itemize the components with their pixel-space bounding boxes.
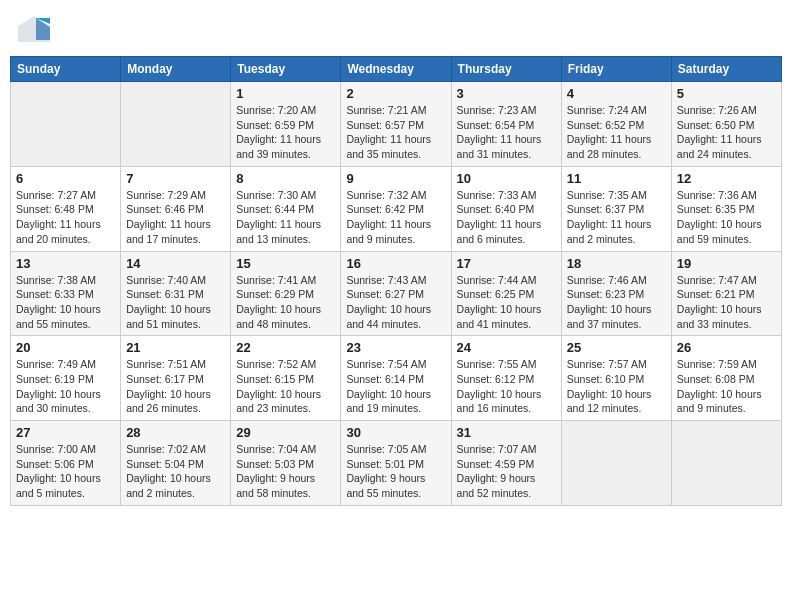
calendar-cell: 2Sunrise: 7:21 AMSunset: 6:57 PMDaylight… [341,82,451,167]
day-number: 2 [346,86,445,101]
day-info: Sunrise: 7:33 AMSunset: 6:40 PMDaylight:… [457,188,556,247]
calendar-cell: 9Sunrise: 7:32 AMSunset: 6:42 PMDaylight… [341,166,451,251]
calendar-cell [561,421,671,506]
calendar-cell: 11Sunrise: 7:35 AMSunset: 6:37 PMDayligh… [561,166,671,251]
day-info: Sunrise: 7:27 AMSunset: 6:48 PMDaylight:… [16,188,115,247]
day-number: 15 [236,256,335,271]
calendar-week-5: 27Sunrise: 7:00 AMSunset: 5:06 PMDayligh… [11,421,782,506]
day-number: 4 [567,86,666,101]
calendar-cell: 8Sunrise: 7:30 AMSunset: 6:44 PMDaylight… [231,166,341,251]
calendar-week-1: 1Sunrise: 7:20 AMSunset: 6:59 PMDaylight… [11,82,782,167]
day-number: 11 [567,171,666,186]
day-number: 8 [236,171,335,186]
calendar-cell: 25Sunrise: 7:57 AMSunset: 6:10 PMDayligh… [561,336,671,421]
logo-icon [16,14,52,44]
day-info: Sunrise: 7:07 AMSunset: 4:59 PMDaylight:… [457,442,556,501]
day-number: 24 [457,340,556,355]
day-number: 26 [677,340,776,355]
day-info: Sunrise: 7:55 AMSunset: 6:12 PMDaylight:… [457,357,556,416]
calendar-cell: 16Sunrise: 7:43 AMSunset: 6:27 PMDayligh… [341,251,451,336]
day-info: Sunrise: 7:49 AMSunset: 6:19 PMDaylight:… [16,357,115,416]
calendar-cell: 31Sunrise: 7:07 AMSunset: 4:59 PMDayligh… [451,421,561,506]
calendar-week-4: 20Sunrise: 7:49 AMSunset: 6:19 PMDayligh… [11,336,782,421]
day-number: 7 [126,171,225,186]
weekday-header-wednesday: Wednesday [341,57,451,82]
day-info: Sunrise: 7:54 AMSunset: 6:14 PMDaylight:… [346,357,445,416]
calendar-cell: 26Sunrise: 7:59 AMSunset: 6:08 PMDayligh… [671,336,781,421]
day-info: Sunrise: 7:35 AMSunset: 6:37 PMDaylight:… [567,188,666,247]
day-info: Sunrise: 7:44 AMSunset: 6:25 PMDaylight:… [457,273,556,332]
day-number: 19 [677,256,776,271]
calendar-cell [11,82,121,167]
day-number: 20 [16,340,115,355]
calendar-cell: 28Sunrise: 7:02 AMSunset: 5:04 PMDayligh… [121,421,231,506]
day-number: 10 [457,171,556,186]
day-info: Sunrise: 7:04 AMSunset: 5:03 PMDaylight:… [236,442,335,501]
day-info: Sunrise: 7:41 AMSunset: 6:29 PMDaylight:… [236,273,335,332]
day-info: Sunrise: 7:52 AMSunset: 6:15 PMDaylight:… [236,357,335,416]
day-info: Sunrise: 7:24 AMSunset: 6:52 PMDaylight:… [567,103,666,162]
calendar-cell: 21Sunrise: 7:51 AMSunset: 6:17 PMDayligh… [121,336,231,421]
day-number: 22 [236,340,335,355]
day-number: 17 [457,256,556,271]
day-number: 5 [677,86,776,101]
day-info: Sunrise: 7:38 AMSunset: 6:33 PMDaylight:… [16,273,115,332]
calendar-cell: 6Sunrise: 7:27 AMSunset: 6:48 PMDaylight… [11,166,121,251]
calendar-cell: 27Sunrise: 7:00 AMSunset: 5:06 PMDayligh… [11,421,121,506]
day-info: Sunrise: 7:57 AMSunset: 6:10 PMDaylight:… [567,357,666,416]
calendar-cell: 23Sunrise: 7:54 AMSunset: 6:14 PMDayligh… [341,336,451,421]
day-number: 14 [126,256,225,271]
day-info: Sunrise: 7:30 AMSunset: 6:44 PMDaylight:… [236,188,335,247]
calendar-body: 1Sunrise: 7:20 AMSunset: 6:59 PMDaylight… [11,82,782,506]
day-number: 1 [236,86,335,101]
day-number: 3 [457,86,556,101]
day-number: 21 [126,340,225,355]
calendar-cell: 14Sunrise: 7:40 AMSunset: 6:31 PMDayligh… [121,251,231,336]
calendar-table: SundayMondayTuesdayWednesdayThursdayFrid… [10,56,782,506]
day-number: 12 [677,171,776,186]
calendar-cell: 12Sunrise: 7:36 AMSunset: 6:35 PMDayligh… [671,166,781,251]
day-info: Sunrise: 7:47 AMSunset: 6:21 PMDaylight:… [677,273,776,332]
calendar-cell: 20Sunrise: 7:49 AMSunset: 6:19 PMDayligh… [11,336,121,421]
weekday-header-thursday: Thursday [451,57,561,82]
day-number: 28 [126,425,225,440]
day-info: Sunrise: 7:29 AMSunset: 6:46 PMDaylight:… [126,188,225,247]
day-info: Sunrise: 7:40 AMSunset: 6:31 PMDaylight:… [126,273,225,332]
calendar-cell: 13Sunrise: 7:38 AMSunset: 6:33 PMDayligh… [11,251,121,336]
day-info: Sunrise: 7:02 AMSunset: 5:04 PMDaylight:… [126,442,225,501]
calendar-cell: 7Sunrise: 7:29 AMSunset: 6:46 PMDaylight… [121,166,231,251]
day-number: 25 [567,340,666,355]
calendar-cell: 15Sunrise: 7:41 AMSunset: 6:29 PMDayligh… [231,251,341,336]
day-info: Sunrise: 7:21 AMSunset: 6:57 PMDaylight:… [346,103,445,162]
calendar-cell [121,82,231,167]
calendar-cell: 19Sunrise: 7:47 AMSunset: 6:21 PMDayligh… [671,251,781,336]
day-number: 9 [346,171,445,186]
day-number: 18 [567,256,666,271]
day-info: Sunrise: 7:26 AMSunset: 6:50 PMDaylight:… [677,103,776,162]
day-info: Sunrise: 7:05 AMSunset: 5:01 PMDaylight:… [346,442,445,501]
logo [16,14,54,44]
calendar-cell: 29Sunrise: 7:04 AMSunset: 5:03 PMDayligh… [231,421,341,506]
calendar-cell: 1Sunrise: 7:20 AMSunset: 6:59 PMDaylight… [231,82,341,167]
weekday-header-sunday: Sunday [11,57,121,82]
day-number: 27 [16,425,115,440]
day-info: Sunrise: 7:20 AMSunset: 6:59 PMDaylight:… [236,103,335,162]
day-info: Sunrise: 7:32 AMSunset: 6:42 PMDaylight:… [346,188,445,247]
weekday-header-friday: Friday [561,57,671,82]
page-header [10,10,782,48]
calendar-cell: 22Sunrise: 7:52 AMSunset: 6:15 PMDayligh… [231,336,341,421]
calendar-cell: 17Sunrise: 7:44 AMSunset: 6:25 PMDayligh… [451,251,561,336]
day-info: Sunrise: 7:59 AMSunset: 6:08 PMDaylight:… [677,357,776,416]
day-number: 30 [346,425,445,440]
calendar-cell: 3Sunrise: 7:23 AMSunset: 6:54 PMDaylight… [451,82,561,167]
calendar-week-3: 13Sunrise: 7:38 AMSunset: 6:33 PMDayligh… [11,251,782,336]
calendar-cell: 5Sunrise: 7:26 AMSunset: 6:50 PMDaylight… [671,82,781,167]
day-number: 23 [346,340,445,355]
calendar-cell: 18Sunrise: 7:46 AMSunset: 6:23 PMDayligh… [561,251,671,336]
day-info: Sunrise: 7:43 AMSunset: 6:27 PMDaylight:… [346,273,445,332]
day-info: Sunrise: 7:23 AMSunset: 6:54 PMDaylight:… [457,103,556,162]
calendar-cell: 24Sunrise: 7:55 AMSunset: 6:12 PMDayligh… [451,336,561,421]
day-number: 31 [457,425,556,440]
weekday-header-saturday: Saturday [671,57,781,82]
calendar-cell [671,421,781,506]
